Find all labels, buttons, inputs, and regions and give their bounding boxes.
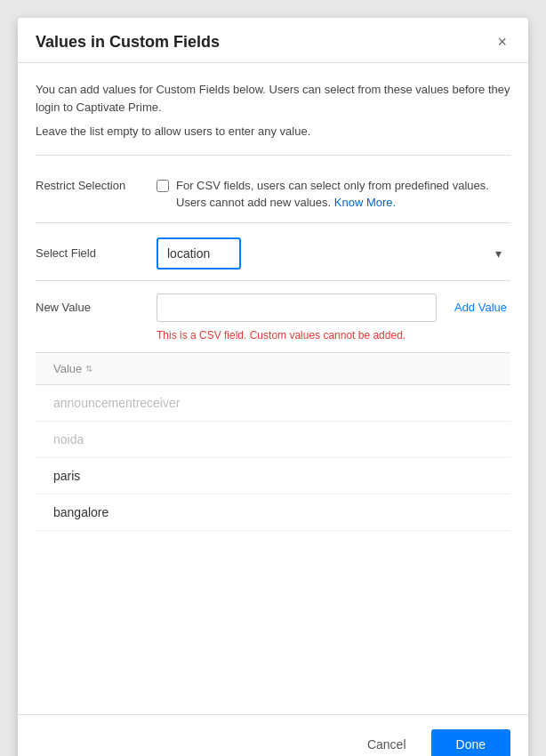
table-row: announcementreceiver — [36, 385, 510, 422]
table-row: bangalore — [36, 495, 510, 531]
divider-top — [36, 155, 510, 156]
new-value-input[interactable] — [157, 294, 437, 322]
add-value-button[interactable]: Add Value — [451, 301, 510, 314]
new-value-row: New Value Add Value — [36, 281, 510, 329]
table-section: Value ⇅ announcementreceiver noida paris… — [36, 353, 510, 531]
dialog-body: You can add values for Custom Fields bel… — [18, 63, 528, 714]
close-button[interactable]: × — [494, 32, 510, 52]
row-value: announcementreceiver — [53, 396, 180, 410]
select-wrapper: location department city country — [157, 237, 510, 269]
table-row: paris — [36, 458, 510, 495]
table-row: noida — [36, 422, 510, 458]
sort-icon: ⇅ — [85, 364, 92, 374]
dialog-header: Values in Custom Fields × — [18, 18, 528, 63]
restrict-selection-row: Restrict Selection For CSV fields, users… — [36, 166, 510, 223]
table-header-row: Value ⇅ — [36, 353, 510, 385]
value-col-header: Value ⇅ — [53, 362, 92, 375]
done-button[interactable]: Done — [431, 729, 510, 756]
field-select[interactable]: location department city country — [157, 237, 241, 269]
restrict-right: For CSV fields, users can select only fr… — [157, 177, 510, 212]
dialog-title: Values in Custom Fields — [36, 33, 220, 52]
restrict-checkbox[interactable] — [157, 180, 169, 192]
new-value-label: New Value — [36, 301, 142, 314]
cancel-button[interactable]: Cancel — [353, 730, 421, 756]
know-more-link[interactable]: Know More. — [334, 196, 396, 209]
csv-warning: This is a CSV field. Custom values canno… — [157, 329, 510, 352]
info-line2: Leave the list empty to allow users to e… — [36, 123, 510, 141]
restrict-label: Restrict Selection — [36, 177, 142, 192]
restrict-text: For CSV fields, users can select only fr… — [176, 177, 510, 212]
select-field-label: Select Field — [36, 246, 142, 260]
info-line1: You can add values for Custom Fields bel… — [36, 81, 510, 116]
select-field-row: Select Field location department city co… — [36, 223, 510, 281]
dialog-container: Values in Custom Fields × You can add va… — [18, 18, 528, 756]
row-value: noida — [53, 432, 84, 446]
row-value: bangalore — [53, 505, 108, 519]
dialog-footer: Cancel Done — [18, 714, 528, 756]
row-value: paris — [53, 469, 80, 483]
